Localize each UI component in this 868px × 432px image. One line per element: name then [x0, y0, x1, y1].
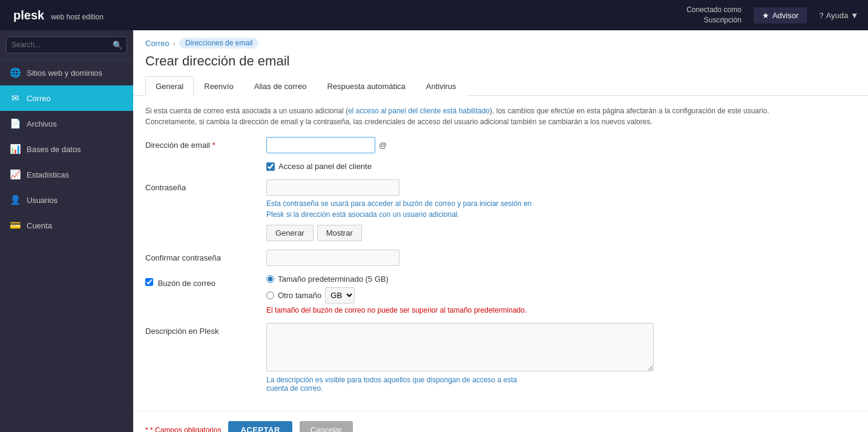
- tabs: General Reenvío Alias de correo Respuest…: [133, 76, 868, 96]
- sidebar-item-files[interactable]: 📄 Archivos: [0, 111, 133, 136]
- form-footer: * * Campos obligatorios ACEPTAR Cancelar: [133, 411, 868, 432]
- mailbox-label-container: Buzón de correo: [145, 274, 266, 288]
- mailbox-other-label[interactable]: Otro tamaño: [278, 291, 321, 300]
- tab-reenvio[interactable]: Reenvío: [194, 76, 243, 96]
- breadcrumb-parent[interactable]: Correo: [145, 39, 169, 48]
- password-hint-line1: Esta contraseña se usará para acceder al…: [266, 198, 856, 209]
- panel-access-row: Acceso al panel del cliente: [145, 162, 856, 171]
- mailbox-other-row: Otro tamaño GB: [266, 287, 856, 304]
- email-row: Dirección de email * @: [145, 137, 856, 153]
- description-hint: La descripción es visible para todos aqu…: [266, 376, 856, 393]
- account-icon: 💳: [10, 220, 21, 231]
- password-input[interactable]: [266, 179, 399, 196]
- mailbox-default-label[interactable]: Tamaño predeterminado (5 GB): [278, 274, 389, 284]
- password-row: Contraseña Esta contraseña se usará para…: [145, 179, 856, 241]
- sidebar-item-label: Archivos: [27, 119, 57, 128]
- tab-alias[interactable]: Alias de correo: [244, 76, 317, 96]
- password-hint-line2: Plesk si la dirección está asociada con …: [266, 209, 856, 220]
- stats-icon: 📈: [10, 169, 21, 180]
- mailbox-default-radio[interactable]: [266, 275, 274, 283]
- tab-antivirus[interactable]: Antivirus: [416, 76, 467, 96]
- logo-text: plesk: [13, 8, 44, 22]
- description-row: Descripción en Plesk La descripción es v…: [145, 323, 856, 393]
- accept-button[interactable]: ACEPTAR: [228, 421, 292, 432]
- form-area: Si esta cuenta de correo está asociada a…: [133, 96, 868, 411]
- email-label-text: Dirección de email: [145, 141, 210, 150]
- help-icon: ?: [819, 11, 823, 20]
- sidebar-item-users[interactable]: 👤 Usuarios: [0, 187, 133, 213]
- password-field-group: Esta contraseña se usará para acceder al…: [266, 179, 856, 241]
- mailbox-row: Buzón de correo Tamaño predeterminado (5…: [145, 274, 856, 314]
- panel-access-label[interactable]: Acceso al panel del cliente: [278, 162, 372, 171]
- info-text-line1: Si esta cuenta de correo está asociada a…: [145, 105, 856, 116]
- email-input[interactable]: [266, 137, 375, 153]
- confirm-password-label: Confirmar contraseña: [145, 250, 266, 262]
- breadcrumb-current: Direcciones de email: [179, 38, 258, 48]
- advisor-button[interactable]: ★ Advisor: [754, 7, 807, 24]
- sidebar-item-databases[interactable]: 📊 Bases de datos: [0, 136, 133, 162]
- mailbox-checkbox[interactable]: [145, 278, 153, 286]
- sidebar-item-label: Bases de datos: [27, 145, 81, 154]
- page-title: Crear dirección de email: [133, 48, 868, 76]
- sidebar-item-mail[interactable]: ✉ Correo: [0, 85, 133, 111]
- cancel-button[interactable]: Cancelar: [300, 421, 353, 432]
- user-icon: 👤: [10, 194, 21, 205]
- confirm-password-row: Confirmar contraseña: [145, 250, 856, 266]
- mail-icon: ✉: [10, 93, 21, 104]
- globe-icon: 🌐: [10, 67, 21, 78]
- mailbox-unit-select[interactable]: GB: [325, 287, 355, 304]
- sidebar: 🔍 🌐 Sitios web y dominios ✉ Correo 📄 Arc…: [0, 30, 133, 432]
- desc-hint-line2: cuenta de correo.: [266, 384, 856, 393]
- sidebar-item-label: Cuenta: [27, 221, 52, 230]
- email-label: Dirección de email *: [145, 137, 266, 150]
- search-container: 🔍: [0, 30, 133, 60]
- database-icon: 📊: [10, 144, 21, 155]
- help-button[interactable]: ? Ayuda ▼: [819, 11, 858, 20]
- sidebar-item-label: Estadísticas: [27, 170, 69, 179]
- description-textarea[interactable]: [266, 323, 654, 371]
- required-note-text: * Campos obligatorios: [150, 426, 221, 433]
- email-field-group: @: [266, 137, 856, 153]
- confirm-password-field: [266, 250, 856, 266]
- sidebar-item-label: Sitios web y dominios: [27, 68, 102, 78]
- required-mark: *: [212, 141, 215, 150]
- sidebar-item-stats[interactable]: 📈 Estadísticas: [0, 162, 133, 187]
- search-input[interactable]: [6, 36, 127, 53]
- advisor-label: Advisor: [772, 11, 798, 20]
- show-button[interactable]: Mostrar: [317, 225, 362, 241]
- sidebar-item-sites[interactable]: 🌐 Sitios web y dominios: [0, 60, 133, 85]
- breadcrumb-separator: ›: [173, 39, 176, 48]
- panel-access-checkbox[interactable]: [266, 162, 275, 171]
- sidebar-item-label: Usuarios: [27, 196, 58, 205]
- password-buttons: Generar Mostrar: [266, 225, 856, 241]
- search-icon: 🔍: [113, 41, 122, 50]
- tab-autorespuesta[interactable]: Respuesta automática: [317, 76, 415, 96]
- mailbox-options: Tamaño predeterminado (5 GB) Otro tamaño…: [266, 274, 856, 314]
- mailbox-label[interactable]: Buzón de correo: [158, 279, 215, 288]
- tab-general[interactable]: General: [145, 76, 194, 96]
- files-icon: 📄: [10, 118, 21, 129]
- chevron-down-icon: ▼: [850, 11, 858, 20]
- sidebar-item-account[interactable]: 💳 Cuenta: [0, 213, 133, 238]
- help-label: Ayuda: [826, 11, 848, 20]
- required-asterisk: *: [145, 426, 148, 433]
- desc-hint-line1: La descripción es visible para todos aqu…: [266, 376, 856, 384]
- mailbox-other-radio[interactable]: [266, 291, 274, 299]
- content-area: Correo › Direcciones de email Crear dire…: [133, 30, 868, 432]
- info-text-line2: Concretamente, si cambia la dirección de…: [145, 116, 856, 127]
- sidebar-item-label: Correo: [27, 94, 51, 103]
- connected-label: Conectado como: [686, 5, 741, 15]
- mailbox-size-hint: El tamaño del buzón de correo no puede s…: [266, 306, 856, 314]
- advisor-icon: ★: [762, 11, 769, 20]
- password-label: Contraseña: [145, 179, 266, 192]
- description-field: La descripción es visible para todos aqu…: [266, 323, 856, 393]
- mailbox-default-row: Tamaño predeterminado (5 GB): [266, 274, 856, 284]
- topbar: plesk web host edition Conectado como Su…: [0, 0, 868, 30]
- description-label: Descripción en Plesk: [145, 323, 266, 336]
- generate-button[interactable]: Generar: [266, 225, 314, 241]
- info-text: Si esta cuenta de correo está asociada a…: [145, 105, 856, 127]
- confirm-password-input[interactable]: [266, 250, 399, 266]
- subscription-label: Suscripción: [686, 15, 741, 25]
- logo: plesk web host edition: [10, 8, 104, 22]
- breadcrumb: Correo › Direcciones de email: [133, 30, 868, 48]
